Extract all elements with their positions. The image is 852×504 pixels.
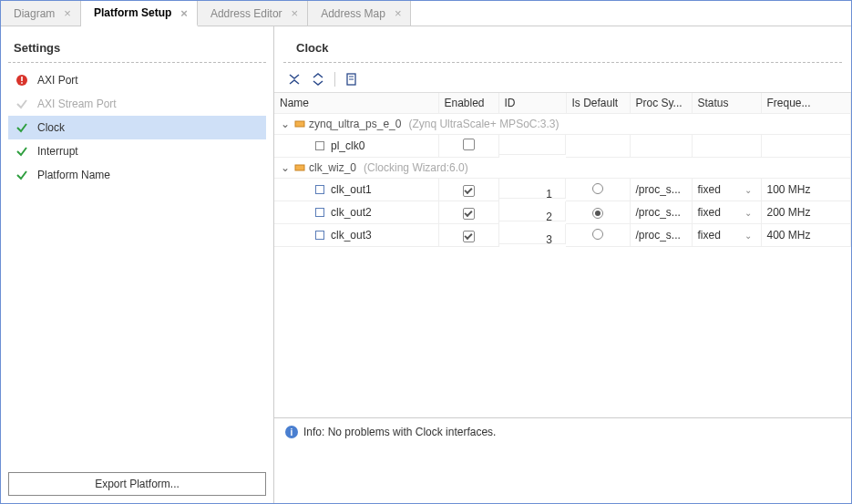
is-default-radio[interactable] xyxy=(592,208,603,219)
tab-bar: Diagram × Platform Setup × Address Edito… xyxy=(1,1,851,26)
settings-item-platform-name[interactable]: Platform Name xyxy=(8,163,266,187)
port-icon xyxy=(314,184,325,195)
tab-address-map[interactable]: Address Map × xyxy=(308,1,411,26)
clock-id xyxy=(499,135,567,155)
toolbar-separator xyxy=(334,72,335,87)
svg-rect-10 xyxy=(316,209,324,217)
info-icon: i xyxy=(285,426,298,438)
freq-cell: 100 MHz xyxy=(761,179,851,201)
settings-list: AXI Port AXI Stream Port Clock Interrupt xyxy=(8,68,266,472)
chevron-down-icon[interactable]: ⌄ xyxy=(280,161,291,174)
clock-id[interactable]: 2 xyxy=(499,201,567,221)
table-group-row[interactable]: ⌄ clk_wiz_0 (Clocking Wizard:6.0) xyxy=(274,158,851,179)
proc-sys-cell xyxy=(630,135,692,158)
close-icon[interactable]: × xyxy=(180,6,188,20)
settings-item-interrupt[interactable]: Interrupt xyxy=(8,139,266,163)
settings-item-axi-stream-port[interactable]: AXI Stream Port xyxy=(8,92,266,116)
ip-block-icon xyxy=(294,118,305,129)
tab-diagram[interactable]: Diagram × xyxy=(1,1,81,26)
proc-sys-cell[interactable]: /proc_s... xyxy=(630,179,692,201)
tab-label: Address Editor xyxy=(210,7,282,20)
is-default-radio[interactable] xyxy=(592,229,603,240)
group-meta: (Zynq UltraScale+ MPSoC:3.3) xyxy=(408,118,559,130)
chevron-down-icon[interactable]: ⌄ xyxy=(744,185,752,195)
close-icon[interactable]: × xyxy=(292,6,299,20)
settings-item-label: Platform Name xyxy=(37,169,110,181)
settings-item-clock[interactable]: Clock xyxy=(8,116,266,139)
chevron-down-icon[interactable]: ⌄ xyxy=(744,208,752,218)
info-text: Info: No problems with Clock interfaces. xyxy=(303,426,496,438)
col-name[interactable]: Name xyxy=(274,93,438,114)
proc-sys-cell[interactable]: /proc_s... xyxy=(630,224,692,247)
enabled-checkbox[interactable] xyxy=(463,208,475,220)
port-icon xyxy=(314,230,325,241)
col-enabled[interactable]: Enabled xyxy=(438,93,498,114)
status-value: fixed xyxy=(698,183,721,196)
table-header-row: Name Enabled ID Is Default Proc Sy... St… xyxy=(274,93,851,114)
info-bar: i Info: No problems with Clock interface… xyxy=(274,417,851,503)
clock-name: clk_out3 xyxy=(331,229,372,242)
enabled-checkbox[interactable] xyxy=(463,185,475,197)
close-icon[interactable]: × xyxy=(64,6,71,20)
tab-label: Diagram xyxy=(14,7,55,20)
proc-sys-cell[interactable]: /proc_s... xyxy=(630,201,692,224)
group-meta: (Clocking Wizard:6.0) xyxy=(364,161,468,174)
settings-header: Settings xyxy=(8,36,266,63)
svg-rect-2 xyxy=(21,82,23,84)
check-icon xyxy=(15,121,28,134)
tab-address-editor[interactable]: Address Editor × xyxy=(198,1,308,26)
close-icon[interactable]: × xyxy=(395,6,402,20)
tab-platform-setup[interactable]: Platform Setup × xyxy=(81,1,198,26)
port-icon xyxy=(314,207,325,218)
col-status[interactable]: Status xyxy=(692,93,761,114)
is-default-cell xyxy=(566,135,630,158)
table-row[interactable]: clk_out2 2 /proc_s... fixed⌄ 200 MHz xyxy=(274,201,851,224)
table-row[interactable]: pl_clk0 xyxy=(274,135,851,158)
table-group-row[interactable]: ⌄ zynq_ultra_ps_e_0 (Zynq UltraScale+ MP… xyxy=(274,114,851,135)
group-name: clk_wiz_0 xyxy=(309,161,356,174)
clock-id[interactable]: 3 xyxy=(499,224,567,244)
enabled-checkbox[interactable] xyxy=(463,139,475,150)
freq-cell: 400 MHz xyxy=(761,224,851,247)
ip-block-icon xyxy=(294,162,305,173)
freq-cell xyxy=(761,135,851,158)
settings-panel: Settings AXI Port AXI Stream Port Clock xyxy=(1,26,274,503)
svg-rect-6 xyxy=(295,121,304,127)
check-icon xyxy=(15,169,28,181)
col-id[interactable]: ID xyxy=(498,93,566,114)
clock-table: Name Enabled ID Is Default Proc Sy... St… xyxy=(274,92,851,417)
tab-label: Platform Setup xyxy=(94,6,171,19)
status-value: fixed xyxy=(698,229,721,242)
chevron-down-icon[interactable]: ⌄ xyxy=(280,118,291,130)
svg-rect-11 xyxy=(316,231,324,240)
clock-panel: Clock Name Enabled xyxy=(274,26,851,503)
settings-item-label: Interrupt xyxy=(37,145,78,158)
clock-id[interactable]: 1 xyxy=(499,179,567,199)
col-frequency[interactable]: Freque... xyxy=(761,93,851,114)
svg-rect-8 xyxy=(295,165,304,170)
enabled-checkbox[interactable] xyxy=(463,231,475,242)
tab-label: Address Map xyxy=(321,7,385,20)
expand-all-icon[interactable] xyxy=(311,72,325,87)
col-proc-sys[interactable]: Proc Sy... xyxy=(630,93,692,114)
document-icon[interactable] xyxy=(344,72,359,87)
status-cell xyxy=(692,135,761,158)
clock-name: pl_clk0 xyxy=(331,139,364,152)
clock-header: Clock xyxy=(283,36,842,63)
settings-item-axi-port[interactable]: AXI Port xyxy=(8,68,266,92)
export-platform-button[interactable]: Export Platform... xyxy=(8,472,266,496)
collapse-all-icon[interactable] xyxy=(287,72,302,87)
clock-name: clk_out2 xyxy=(331,206,372,219)
table-row[interactable]: clk_out1 1 /proc_s... fixed⌄ 100 MHz xyxy=(274,179,851,201)
table-row[interactable]: clk_out3 3 /proc_s... fixed⌄ 400 MHz xyxy=(274,224,851,247)
settings-item-label: Clock xyxy=(37,121,65,134)
check-icon xyxy=(15,145,28,158)
is-default-radio[interactable] xyxy=(592,183,603,194)
svg-rect-7 xyxy=(316,142,324,150)
freq-cell: 200 MHz xyxy=(761,201,851,224)
col-is-default[interactable]: Is Default xyxy=(566,93,630,114)
svg-rect-9 xyxy=(316,186,324,194)
settings-item-label: AXI Port xyxy=(37,74,78,87)
chevron-down-icon[interactable]: ⌄ xyxy=(744,231,752,241)
svg-rect-1 xyxy=(21,77,23,81)
